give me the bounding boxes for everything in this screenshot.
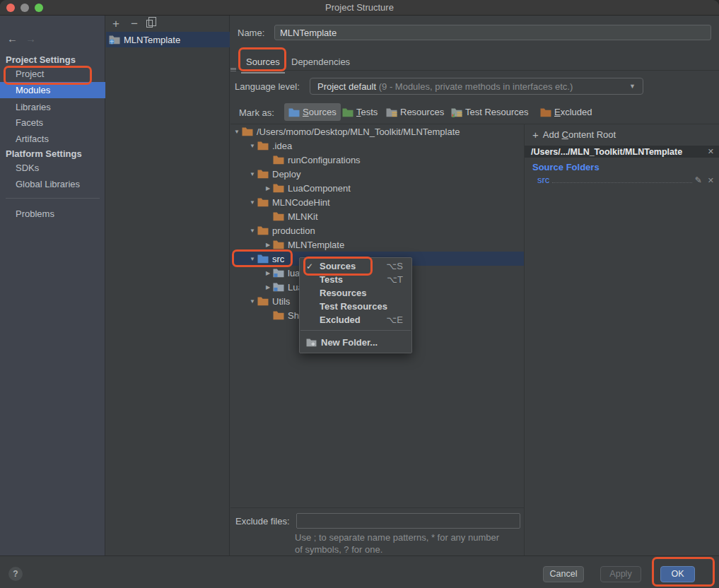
- expanded-arrow-icon[interactable]: ▼: [247, 199, 257, 206]
- folder-icon: [273, 268, 284, 278]
- folder-icon: [273, 155, 284, 165]
- window-title: Project Structure: [0, 0, 719, 16]
- sidebar-item-sdks[interactable]: SDKs: [0, 161, 105, 175]
- add-content-root-button[interactable]: + Add Content Root: [532, 127, 616, 141]
- folder-icon: [257, 169, 269, 179]
- menu-item-sources[interactable]: ✓ Sources ⌥S: [300, 259, 411, 273]
- folder-icon: [242, 127, 253, 136]
- collapsed-arrow-icon[interactable]: ▶: [263, 284, 273, 290]
- tree-row-runconfigurations[interactable]: runConfigurations: [230, 153, 524, 167]
- tree-row-mlntemplate[interactable]: ▶ MLNTemplate: [230, 237, 524, 252]
- menu-item-test-resources[interactable]: Test Resources: [300, 300, 411, 313]
- folder-icon: [257, 141, 269, 151]
- menu-item-tests[interactable]: Tests ⌥T: [300, 273, 411, 286]
- exclude-help-line2: of symbols, ? for one.: [295, 544, 382, 555]
- dialog-footer: ? Cancel Apply OK: [0, 555, 719, 588]
- remove-content-root-icon[interactable]: ✕: [708, 147, 714, 156]
- add-module-button[interactable]: +: [110, 17, 122, 31]
- mark-as-context-menu: ✓ Sources ⌥S Tests ⌥T Resources Test Res…: [299, 257, 412, 353]
- tab-sources[interactable]: Sources: [246, 54, 280, 71]
- back-arrow-icon[interactable]: ←: [7, 33, 18, 45]
- collapsed-arrow-icon[interactable]: ▶: [263, 242, 273, 248]
- sources-folder-icon: [288, 107, 300, 117]
- sidebar-item-problems[interactable]: Problems: [0, 207, 105, 221]
- tab-dependencies[interactable]: Dependencies: [291, 54, 350, 71]
- collapsed-arrow-icon[interactable]: ▶: [263, 270, 273, 276]
- folder-icon: [257, 197, 269, 207]
- module-name-input[interactable]: [274, 25, 711, 40]
- language-level-label: Language level:: [235, 81, 300, 92]
- sidebar-item-global-libraries[interactable]: Global Libraries: [0, 177, 105, 192]
- tree-row-label: MLNKit: [288, 211, 318, 222]
- mark-as-sources-button[interactable]: Sources: [284, 103, 341, 121]
- collapsed-arrow-icon[interactable]: ▶: [263, 185, 273, 192]
- project-settings-header: Project Settings: [6, 53, 76, 67]
- sidebar-item-project[interactable]: Project: [0, 67, 105, 81]
- edit-pencil-icon[interactable]: ✎: [695, 175, 702, 185]
- apply-button[interactable]: Apply: [600, 566, 641, 582]
- mark-as-test-resources-button[interactable]: Test Resources: [451, 103, 529, 121]
- cancel-button[interactable]: Cancel: [543, 566, 584, 582]
- source-folders-header: Source Folders: [532, 162, 600, 172]
- module-name: MLNTemplate: [124, 35, 180, 45]
- forward-arrow-icon[interactable]: →: [25, 33, 36, 45]
- content-root-header[interactable]: /Users/.../MLN_Toolkit/MLNTemplate ✕: [525, 146, 719, 158]
- folder-icon: [257, 225, 269, 235]
- tree-row-production[interactable]: ▼ production: [230, 223, 524, 237]
- tree-row-mlnkit[interactable]: MLNKit: [230, 209, 524, 223]
- language-level-select[interactable]: Project default (9 - Modules, private me…: [310, 78, 643, 95]
- expanded-arrow-icon[interactable]: ▼: [247, 171, 257, 177]
- shortcut-label: ⌥S: [386, 261, 403, 271]
- ok-button[interactable]: OK: [660, 566, 695, 582]
- plus-icon: +: [532, 129, 539, 141]
- folder-icon: [257, 296, 269, 306]
- folder-icon: [273, 211, 284, 221]
- module-list-item[interactable]: MLNTemplate: [106, 32, 230, 47]
- tree-row-label: MLNCodeHint: [272, 197, 330, 208]
- mark-as-resources-button[interactable]: Resources: [386, 103, 444, 121]
- tree-row-idea[interactable]: ▼ .idea: [230, 139, 524, 153]
- new-folder-icon: [306, 338, 317, 347]
- expanded-arrow-icon[interactable]: ▼: [247, 228, 257, 234]
- source-folder-name: src: [537, 175, 549, 185]
- folder-icon: [273, 240, 284, 249]
- sidebar-item-facets[interactable]: Facets: [0, 116, 105, 130]
- tests-folder-icon: [342, 107, 353, 117]
- exclude-files-input[interactable]: [296, 513, 520, 529]
- source-folder-icon: [257, 254, 269, 264]
- sidebar-item-modules[interactable]: Modules: [0, 82, 105, 98]
- sidebar-item-artifacts[interactable]: Artifacts: [0, 132, 105, 146]
- tree-row-mlncodehint[interactable]: ▼ MLNCodeHint: [230, 195, 524, 209]
- module-icon: [109, 35, 120, 45]
- tabs-separator: [230, 70, 719, 71]
- tree-row-label: LuaComponent: [288, 183, 351, 194]
- tree-row-luacomponent[interactable]: ▶ LuaComponent: [230, 181, 524, 195]
- menu-separator: [300, 330, 411, 331]
- remove-module-button[interactable]: −: [128, 17, 141, 31]
- help-button[interactable]: ?: [8, 567, 23, 581]
- excluded-folder-icon: [540, 107, 551, 117]
- folder-icon: [273, 282, 284, 292]
- copy-module-icon[interactable]: [146, 20, 153, 28]
- expanded-arrow-icon[interactable]: ▼: [247, 256, 257, 262]
- tree-row-label: .idea: [272, 141, 292, 151]
- sidebar-item-libraries[interactable]: Libraries: [0, 100, 105, 114]
- expanded-arrow-icon[interactable]: ▼: [232, 129, 242, 135]
- shortcut-label: ⌥T: [387, 274, 403, 285]
- folder-icon: [273, 310, 284, 320]
- language-level-value: Project default: [317, 81, 379, 92]
- remove-source-folder-icon[interactable]: ✕: [708, 176, 714, 185]
- tree-row-label: production: [272, 225, 315, 236]
- expanded-arrow-icon[interactable]: ▼: [247, 143, 257, 149]
- tree-row-deploy[interactable]: ▼ Deploy: [230, 167, 524, 181]
- test-resources-folder-icon: [451, 107, 462, 117]
- tree-row-content-root[interactable]: ▼ /Users/momo/Desktop/MLN_Toolkit/MLNTem…: [230, 124, 524, 139]
- mark-as-tests-button[interactable]: Tests: [342, 103, 378, 121]
- menu-item-excluded[interactable]: Excluded ⌥E: [300, 313, 411, 327]
- exclude-help-line1: Use ; to separate name patterns, * for a…: [295, 532, 499, 543]
- mark-as-excluded-button[interactable]: Excluded: [540, 103, 592, 121]
- menu-item-resources[interactable]: Resources: [300, 286, 411, 300]
- menu-item-new-folder[interactable]: New Folder...: [300, 334, 411, 350]
- source-folder-row[interactable]: src ✎ ✕: [537, 174, 714, 185]
- expanded-arrow-icon[interactable]: ▼: [247, 298, 257, 305]
